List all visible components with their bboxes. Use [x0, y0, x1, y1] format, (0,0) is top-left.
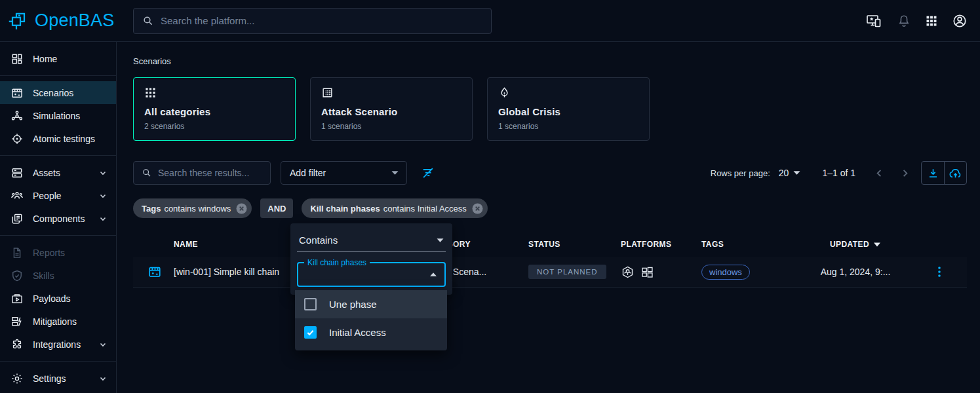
remove-filter-icon[interactable]	[472, 203, 483, 214]
sidebar-item-simulations[interactable]: Simulations	[0, 104, 116, 127]
sidebar-item-label: Integrations	[33, 339, 81, 350]
category-card-title: Attack Scenario	[321, 106, 461, 117]
sidebar-item-label: Settings	[33, 373, 66, 384]
rows-per-page-value: 20	[779, 168, 789, 178]
column-header-tags[interactable]: TAGS	[701, 240, 800, 249]
dashboard-icon	[10, 52, 24, 66]
windows-icon	[640, 265, 654, 279]
column-header-platforms[interactable]: PLATFORMS	[621, 240, 701, 249]
checkbox-checked[interactable]	[304, 326, 317, 339]
filter-operator-chip[interactable]: AND	[260, 198, 293, 218]
option-initial-access[interactable]: Initial Access	[295, 318, 447, 346]
category-card-attack-scenario[interactable]: Attack Scenario 1 scenarios	[310, 77, 473, 141]
column-header-updated[interactable]: UPDATED	[800, 240, 911, 249]
devices-star-icon[interactable]	[865, 13, 883, 29]
chevron-down-icon	[99, 215, 107, 223]
tag-chip-windows[interactable]: windows	[701, 265, 750, 280]
next-page-icon[interactable]	[900, 168, 910, 178]
category-card-count: 1 scenarios	[321, 122, 461, 131]
platform-search[interactable]	[133, 8, 492, 34]
add-filter-label: Add filter	[290, 168, 326, 178]
scenario-row[interactable]: [win-001] Simple kill chain Attack Scena…	[133, 257, 967, 288]
remove-filter-icon[interactable]	[236, 203, 247, 214]
groups-icon	[10, 189, 24, 202]
platform-search-input[interactable]	[161, 15, 482, 26]
chevron-down-icon	[793, 170, 800, 176]
sidebar-item-label: Mitigations	[33, 316, 77, 327]
filter-chip-tags[interactable]: Tags contains windows	[133, 198, 252, 218]
category-card-title: All categories	[144, 106, 284, 117]
topbar-actions	[865, 13, 980, 29]
results-toolbar: Add filter Rows per page: 20	[133, 161, 967, 185]
hub-icon	[10, 109, 24, 122]
mitigations-icon	[10, 315, 24, 328]
sidebar-item-mitigations[interactable]: Mitigations	[0, 310, 116, 333]
active-filters: Tags contains windows AND Kill chain pha…	[133, 198, 967, 218]
table-header: NAME CATEGORY STATUS PLATFORMS TAGS UPDA…	[133, 232, 967, 257]
sidebar-item-reports: Reports	[0, 241, 116, 264]
sidebar-item-assets[interactable]: Assets	[0, 161, 116, 184]
category-card-global-crisis[interactable]: Global Crisis 1 scenarios	[487, 77, 650, 141]
sidebar-nav: Home Scenarios	[0, 42, 117, 393]
option-une-phase[interactable]: Une phase	[295, 290, 447, 318]
results-search[interactable]	[133, 161, 271, 185]
search-icon	[142, 15, 154, 27]
sidebar-item-home[interactable]: Home	[0, 47, 116, 70]
sidebar-item-people[interactable]: People	[0, 184, 116, 207]
filter-operator-value: Contains	[299, 234, 338, 246]
filter-chip-field: Tags	[142, 204, 161, 214]
option-label: Une phase	[329, 299, 377, 310]
scenario-platforms	[621, 265, 701, 279]
kill-chain-phases-input[interactable]: Kill chain phases	[297, 262, 446, 287]
cloud-export-icon[interactable]	[944, 162, 966, 184]
sidebar-item-atomic-testings[interactable]: Atomic testings	[0, 127, 116, 150]
checkbox-unchecked[interactable]	[304, 298, 317, 310]
sidebar-item-payloads[interactable]: Payloads	[0, 287, 116, 310]
export-button-group	[921, 161, 967, 185]
sidebar-item-components[interactable]: Components	[0, 207, 116, 230]
openbas-app: OpenBAS	[0, 0, 980, 393]
sidebar-divider	[0, 361, 116, 362]
rows-per-page-select[interactable]: 20	[779, 168, 801, 178]
grid-dots-icon	[144, 86, 284, 99]
row-menu-kebab-icon[interactable]	[911, 265, 967, 278]
notifications-bell-icon[interactable]	[897, 14, 911, 28]
sidebar-item-label: Scenarios	[33, 88, 73, 98]
sidebar-item-skills: Skills	[0, 264, 116, 287]
previous-page-icon[interactable]	[874, 168, 884, 178]
breadcrumb: Scenarios	[133, 56, 967, 66]
status-badge: NOT PLANNED	[528, 265, 606, 279]
kill-chain-options-menu: Une phase Initial Access	[295, 290, 447, 350]
sidebar-item-integrations[interactable]: Integrations	[0, 333, 116, 356]
results-search-input[interactable]	[158, 168, 262, 178]
sidebar-item-scenarios[interactable]: Scenarios	[0, 81, 116, 104]
add-filter-select[interactable]: Add filter	[281, 161, 407, 185]
openbas-logo-icon	[7, 9, 30, 33]
pagination-controls: Rows per page: 20 1–1 of 1	[711, 161, 967, 185]
openbas-logo[interactable]: OpenBAS	[0, 9, 117, 33]
logo-text: OpenBAS	[35, 10, 114, 31]
sidebar-item-label: Atomic testings	[33, 134, 95, 144]
sidebar-item-label: Assets	[33, 168, 60, 178]
download-csv-icon[interactable]	[922, 162, 944, 184]
chevron-down-icon	[437, 238, 444, 243]
sidebar-divider	[0, 235, 116, 236]
account-circle-icon[interactable]	[952, 13, 968, 29]
chevron-down-icon	[99, 192, 107, 200]
filter-operator-select[interactable]: Contains	[297, 233, 446, 252]
payload-box-icon	[10, 292, 24, 305]
gear-icon	[10, 372, 24, 385]
apps-grid-icon[interactable]	[925, 14, 938, 28]
sidebar-item-settings[interactable]: Settings	[0, 367, 116, 390]
clear-filters-icon[interactable]	[416, 161, 441, 185]
kill-chain-phases-input-label: Kill chain phases	[304, 258, 370, 267]
chevron-down-icon	[99, 375, 107, 383]
column-header-status[interactable]: STATUS	[528, 240, 621, 249]
search-icon	[142, 168, 152, 178]
category-card-all[interactable]: All categories 2 scenarios	[133, 77, 296, 141]
filter-chip-kill-chain[interactable]: Kill chain phases contains Initial Acces…	[302, 198, 487, 218]
sidebar-item-label: Reports	[33, 248, 65, 258]
sidebar-divider	[0, 155, 116, 156]
chevron-up-icon[interactable]	[429, 272, 437, 277]
sidebar-item-label: Skills	[33, 271, 54, 281]
